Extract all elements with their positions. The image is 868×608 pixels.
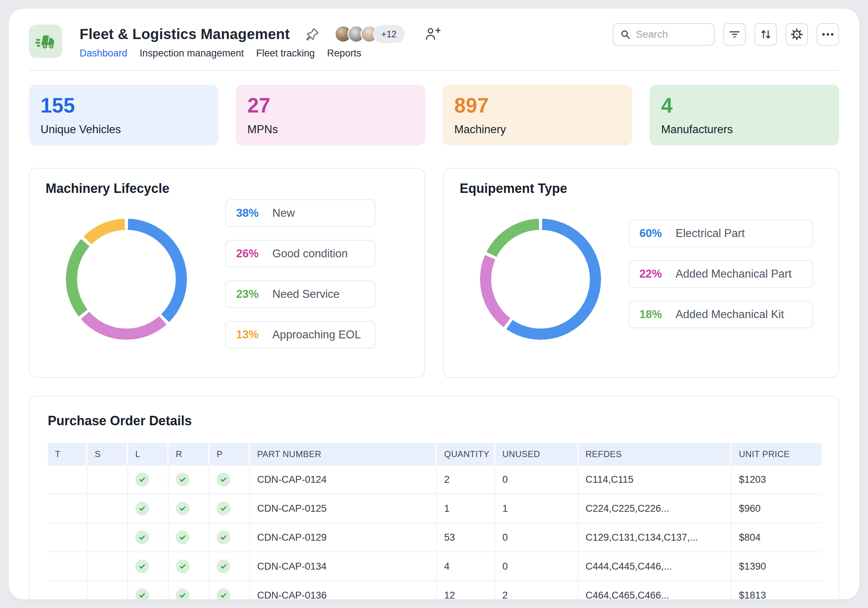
check-cell [128, 552, 169, 581]
nav-tabs: DashboardInspection managementFleet trac… [79, 46, 441, 60]
machinery-lifecycle-panel: Machinery Lifecycle 38% New 26% Good con… [29, 168, 425, 378]
refdes-cell: C129,C131,C134,C137,... [578, 523, 732, 552]
legend-item: 13% Approaching EOL [225, 321, 375, 348]
quantity-cell: 2 [437, 465, 495, 494]
unused-cell: 0 [495, 465, 578, 494]
check-cell [128, 465, 169, 494]
check-icon [135, 588, 149, 599]
empty-cell [48, 494, 88, 523]
column-header-quantity: QUANTITY [437, 443, 495, 465]
chart-legend: 60% Electrical Part 22% Added Mechanical… [629, 220, 813, 328]
filter-button[interactable] [723, 23, 746, 46]
quantity-cell: 53 [437, 523, 495, 552]
toolbar [613, 23, 839, 46]
table-row[interactable]: CDN-CAP-013440C444,C445,C446,...$1390 [48, 552, 822, 581]
part-number-cell: CDN-CAP-0134 [250, 552, 437, 581]
legend-label: Need Service [272, 288, 339, 301]
legend-label: Added Mechanical Kit [676, 308, 784, 321]
unit-price-cell: $1390 [732, 552, 822, 581]
table-row[interactable]: CDN-CAP-012420C114,C115$1203 [48, 465, 822, 494]
nav-tab-dashboard[interactable]: Dashboard [79, 46, 127, 60]
stat-label: Manufacturers [661, 123, 828, 136]
nav-tab-inspection-management[interactable]: Inspection management [140, 46, 244, 60]
part-number-cell: CDN-CAP-0129 [250, 523, 437, 552]
check-icon [176, 502, 189, 515]
check-cell [209, 523, 250, 552]
empty-cell [88, 523, 128, 552]
check-icon [217, 560, 230, 573]
check-cell [128, 581, 169, 599]
legend-percent: 13% [236, 328, 272, 341]
empty-cell [48, 552, 88, 581]
unit-price-cell: $804 [732, 523, 822, 552]
pin-icon [305, 27, 320, 41]
column-header-l: L [128, 443, 169, 465]
unused-cell: 0 [495, 523, 578, 552]
check-cell [169, 523, 209, 552]
check-cell [209, 552, 250, 581]
check-icon [176, 473, 189, 487]
header-main: Fleet & Logistics Management +12 [79, 25, 441, 60]
legend-percent: 26% [236, 247, 272, 260]
search-input[interactable] [636, 29, 705, 40]
search-box[interactable] [613, 23, 715, 46]
column-header-part-number: PART NUMBER [250, 443, 437, 465]
check-cell [169, 494, 209, 523]
check-icon [176, 530, 189, 544]
purchase-order-card: Purchase Order Details TSLRPPART NUMBERQ… [29, 396, 839, 599]
app-logo [29, 25, 62, 58]
delivery-truck-icon [35, 31, 56, 52]
dashboard-window: Fleet & Logistics Management +12 [9, 9, 859, 599]
equipment-type-donut-chart [480, 219, 601, 340]
legend-percent: 22% [639, 267, 676, 280]
check-cell [209, 581, 250, 599]
table-row[interactable]: CDN-CAP-0136122C464,C465,C466...$1813 [48, 581, 822, 599]
empty-cell [48, 465, 88, 494]
more-button[interactable] [817, 23, 839, 46]
avatar-group[interactable]: +12 [335, 25, 405, 43]
column-header-p: P [209, 443, 250, 465]
part-number-cell: CDN-CAP-0124 [250, 465, 437, 494]
legend-label: New [272, 207, 295, 220]
table-row[interactable]: CDN-CAP-0129530C129,C131,C134,C137,...$8… [48, 523, 822, 552]
more-icon [822, 33, 834, 36]
check-cell [209, 465, 250, 494]
check-icon [176, 560, 189, 573]
header: Fleet & Logistics Management +12 [29, 25, 839, 61]
check-cell [128, 494, 169, 523]
add-person-button[interactable] [425, 27, 441, 41]
legend-label: Approaching EOL [272, 328, 361, 341]
stat-value: 27 [247, 93, 414, 117]
part-number-cell: CDN-CAP-0136 [250, 581, 437, 599]
check-icon [217, 502, 230, 515]
legend-item: 38% New [225, 199, 375, 227]
legend-item: 26% Good condition [225, 240, 375, 267]
empty-cell [88, 552, 128, 581]
table-row[interactable]: CDN-CAP-012511C224,C225,C226...$960 [48, 494, 822, 523]
settings-icon [790, 28, 803, 41]
part-number-cell: CDN-CAP-0125 [250, 494, 437, 523]
chart-panels: Machinery Lifecycle 38% New 26% Good con… [29, 168, 839, 378]
quantity-cell: 12 [437, 581, 495, 599]
check-cell [169, 581, 209, 599]
check-icon [217, 473, 230, 487]
unit-price-cell: $1203 [732, 465, 822, 494]
legend-percent: 60% [639, 227, 676, 240]
stat-card: 4 Manufacturers [649, 85, 839, 146]
pin-button[interactable] [305, 27, 320, 41]
stat-label: MPNs [247, 123, 414, 136]
check-icon [217, 588, 230, 599]
empty-cell [88, 494, 128, 523]
sort-button[interactable] [755, 23, 777, 46]
empty-cell [48, 581, 88, 599]
unused-cell: 2 [495, 581, 578, 599]
settings-button[interactable] [786, 23, 808, 46]
quantity-cell: 1 [437, 494, 495, 523]
person-add-icon [425, 27, 441, 41]
stat-label: Machinery [454, 123, 621, 136]
nav-tab-fleet-tracking[interactable]: Fleet tracking [256, 46, 315, 60]
machinery-lifecycle-donut-chart [66, 219, 187, 340]
unit-price-cell: $960 [732, 494, 822, 523]
nav-tab-reports[interactable]: Reports [327, 46, 361, 60]
avatar-overflow-badge[interactable]: +12 [373, 25, 405, 43]
